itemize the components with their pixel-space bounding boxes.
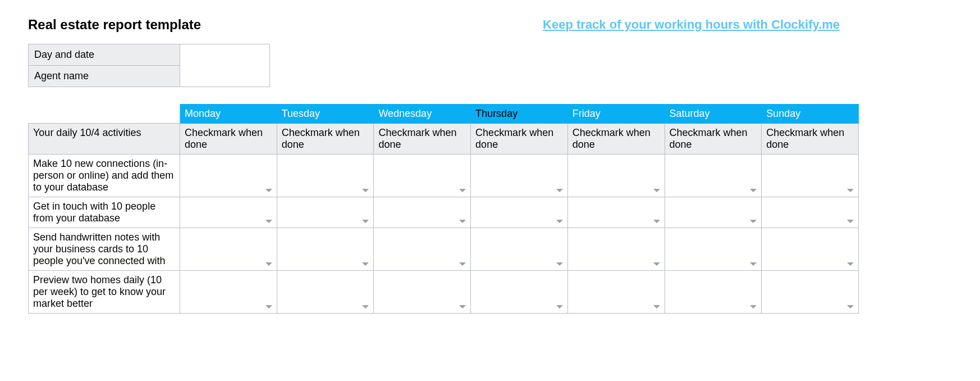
checkmark-dropdown[interactable]	[567, 155, 665, 197]
checkmark-dropdown[interactable]	[762, 197, 859, 228]
checkmark-dropdown[interactable]	[665, 228, 762, 271]
page-title: Real estate report template	[28, 17, 201, 33]
activities-table: Monday Tuesday Wednesday Thursday Friday…	[28, 104, 859, 314]
checkmark-dropdown[interactable]	[180, 271, 277, 314]
chevron-down-icon	[459, 189, 466, 192]
info-input-cell[interactable]	[180, 44, 270, 87]
table-row: Make 10 new connections (in-person or on…	[29, 155, 859, 197]
chevron-down-icon	[362, 189, 369, 192]
chevron-down-icon	[362, 262, 369, 266]
sub-head: Checkmark when done	[567, 124, 665, 155]
corner-blank	[29, 105, 180, 124]
checkmark-dropdown[interactable]	[277, 197, 374, 228]
checkmark-dropdown[interactable]	[665, 155, 762, 197]
checkmark-dropdown[interactable]	[567, 228, 665, 271]
checkmark-dropdown[interactable]	[762, 155, 859, 197]
checkmark-dropdown[interactable]	[277, 228, 374, 271]
checkmark-dropdown[interactable]	[471, 197, 568, 228]
chevron-down-icon	[265, 189, 272, 192]
checkmark-dropdown[interactable]	[471, 271, 568, 314]
checkmark-dropdown[interactable]	[374, 197, 471, 228]
chevron-down-icon	[847, 220, 854, 223]
checkmark-dropdown[interactable]	[277, 271, 374, 314]
checkmark-dropdown[interactable]	[567, 197, 665, 228]
chevron-down-icon	[750, 189, 757, 192]
sub-head: Checkmark when done	[277, 124, 374, 155]
day-head-friday: Friday	[567, 105, 665, 124]
sub-header-row: Your daily 10/4 activities Checkmark whe…	[29, 124, 859, 155]
day-head-sunday: Sunday	[762, 105, 859, 124]
table-row: Send handwritten notes with your busines…	[29, 228, 859, 271]
checkmark-dropdown[interactable]	[180, 155, 277, 197]
chevron-down-icon	[556, 189, 563, 192]
chevron-down-icon	[653, 262, 660, 266]
day-head-wednesday: Wednesday	[374, 105, 471, 124]
table-row: Preview two homes daily (10 per week) to…	[29, 271, 859, 314]
days-header-row: Monday Tuesday Wednesday Thursday Friday…	[29, 105, 859, 124]
chevron-down-icon	[653, 220, 660, 223]
sub-head: Checkmark when done	[180, 124, 277, 155]
activity-label: Send handwritten notes with your busines…	[29, 228, 180, 271]
checkmark-dropdown[interactable]	[374, 155, 471, 197]
chevron-down-icon	[265, 220, 272, 223]
checkmark-dropdown[interactable]	[762, 228, 859, 271]
chevron-down-icon	[362, 305, 369, 309]
sub-head: Checkmark when done	[762, 124, 859, 155]
chevron-down-icon	[653, 305, 660, 309]
day-head-monday: Monday	[180, 105, 277, 124]
day-date-label: Day and date	[29, 44, 180, 66]
checkmark-dropdown[interactable]	[277, 155, 374, 197]
day-head-tuesday: Tuesday	[277, 105, 374, 124]
chevron-down-icon	[556, 220, 563, 223]
chevron-down-icon	[459, 305, 466, 309]
chevron-down-icon	[556, 262, 563, 266]
chevron-down-icon	[362, 220, 369, 223]
day-head-saturday: Saturday	[665, 105, 762, 124]
activity-label: Preview two homes daily (10 per week) to…	[29, 271, 180, 314]
sub-head: Checkmark when done	[374, 124, 471, 155]
checkmark-dropdown[interactable]	[471, 155, 568, 197]
chevron-down-icon	[847, 189, 854, 192]
checkmark-dropdown[interactable]	[665, 271, 762, 314]
checkmark-dropdown[interactable]	[180, 228, 277, 271]
activity-label: Get in touch with 10 people from your da…	[29, 197, 180, 228]
chevron-down-icon	[653, 189, 660, 192]
chevron-down-icon	[847, 305, 854, 309]
activities-header: Your daily 10/4 activities	[29, 124, 180, 155]
chevron-down-icon	[750, 305, 757, 309]
chevron-down-icon	[750, 262, 757, 266]
chevron-down-icon	[459, 262, 466, 266]
agent-name-label: Agent name	[29, 66, 180, 87]
chevron-down-icon	[750, 220, 757, 223]
day-head-thursday: Thursday	[471, 105, 568, 124]
checkmark-dropdown[interactable]	[374, 271, 471, 314]
promo-link[interactable]: Keep track of your working hours with Cl…	[543, 17, 840, 32]
activity-label: Make 10 new connections (in-person or on…	[29, 155, 180, 197]
checkmark-dropdown[interactable]	[180, 197, 277, 228]
checkmark-dropdown[interactable]	[567, 271, 665, 314]
checkmark-dropdown[interactable]	[665, 197, 762, 228]
chevron-down-icon	[265, 305, 272, 309]
chevron-down-icon	[556, 305, 563, 309]
checkmark-dropdown[interactable]	[374, 228, 471, 271]
checkmark-dropdown[interactable]	[762, 271, 859, 314]
chevron-down-icon	[847, 262, 854, 266]
chevron-down-icon	[265, 262, 272, 266]
sub-head: Checkmark when done	[665, 124, 762, 155]
table-row: Get in touch with 10 people from your da…	[29, 197, 859, 228]
checkmark-dropdown[interactable]	[471, 228, 568, 271]
chevron-down-icon	[459, 220, 466, 223]
info-table: Day and date Agent name	[28, 44, 270, 87]
sub-head: Checkmark when done	[471, 124, 568, 155]
